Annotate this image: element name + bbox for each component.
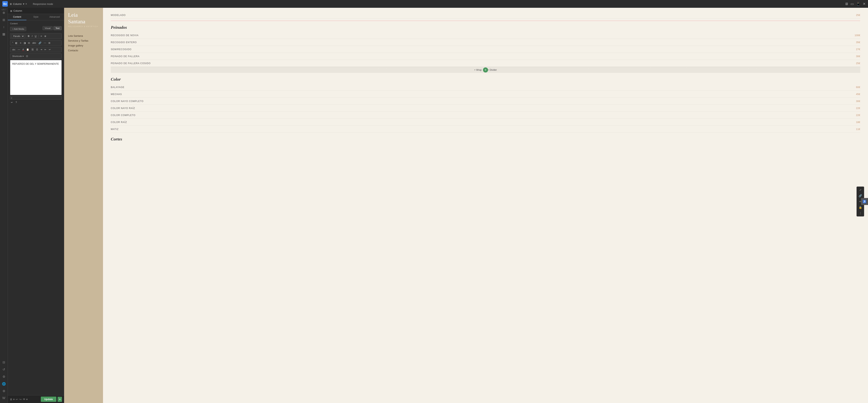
section-title-1: Color xyxy=(111,77,860,82)
service-item: COLOR NAYO RAÍZ 22€ xyxy=(111,105,860,112)
strikethrough-btn[interactable]: abc xyxy=(31,41,37,45)
preview-area: Leia Santana PELUQUERÍA & ESTÉTICA Leia … xyxy=(64,8,868,403)
link2-btn[interactable]: ⛓ xyxy=(31,48,35,51)
accessibility-btn[interactable]: ♿ xyxy=(861,198,868,205)
peinados-list: RECOGIDO DE NOVIA 100€ RECOGIDO ENTERO 3… xyxy=(111,32,860,67)
layout-icon[interactable]: ▦ xyxy=(1,31,6,37)
wrap-btn[interactable]: + Wrap xyxy=(474,69,482,71)
paragraph-select[interactable]: Párrafo xyxy=(11,34,25,38)
text-btn[interactable]: Text xyxy=(54,26,62,30)
align-center-btn[interactable]: ≡ xyxy=(19,41,22,45)
abc-btn[interactable]: abc xyxy=(11,48,16,51)
revert-icon[interactable]: ↺ xyxy=(1,367,6,372)
toolbar-separator-2 xyxy=(38,35,39,38)
paste-btn[interactable]: 📋 xyxy=(26,48,30,51)
toolbar-separator-1 xyxy=(26,35,26,38)
undo2-btn[interactable]: ↩ xyxy=(10,101,13,104)
rt-link-btn[interactable]: 🔗 xyxy=(858,193,863,198)
tablet-device-btn[interactable]: ▭ xyxy=(850,2,854,6)
undo-bottom-btn[interactable]: ↩ xyxy=(16,398,18,401)
service-item: PEINADO DE FALLERA 30€ xyxy=(111,53,860,60)
table-btn[interactable]: ⊞ xyxy=(48,41,51,45)
nav-item-3[interactable]: Contacto xyxy=(68,49,99,52)
service-item: MATIZ 11€ xyxy=(111,126,860,133)
service-item: COLOR NAYO COMPLETO 30€ xyxy=(111,98,860,105)
panel-header: ▣ Column xyxy=(8,8,64,14)
shortcode-btn[interactable]: Shortcode ▾ xyxy=(11,55,25,58)
layers-icon[interactable]: ⊟ xyxy=(1,359,6,365)
desktop-device-btn[interactable]: 🖥 xyxy=(845,2,848,6)
mobile-device-btn[interactable]: 📱 xyxy=(856,2,861,6)
structure-icon[interactable]: ⊞ xyxy=(1,17,6,23)
settings-icon[interactable]: ⚙ xyxy=(1,388,6,394)
link-btn[interactable]: 🔗 xyxy=(38,41,42,45)
omega-btn[interactable]: Ω xyxy=(35,48,39,51)
nav-item-0[interactable]: Leia Santana xyxy=(68,34,99,37)
rt-move-btn[interactable]: ⤢ xyxy=(858,187,863,192)
align-right-btn[interactable]: ◨ xyxy=(23,41,26,45)
be-logo: Be xyxy=(2,1,8,7)
more-btn[interactable]: ⋯ xyxy=(43,41,47,45)
close-panel-btn[interactable]: × xyxy=(26,2,27,5)
nav-item-1[interactable]: Servicios y Tarifas xyxy=(68,39,99,42)
pink-divider xyxy=(111,21,860,21)
shortcode-toolbar: Shortcode ▾ ⊡ xyxy=(10,54,62,59)
panel-tabs: Content Style Advanced xyxy=(8,14,64,21)
italic-btn[interactable]: I xyxy=(31,34,33,38)
site-nav: Leia Santana Servicios y Tarifas Image g… xyxy=(68,34,99,52)
history-icon[interactable]: ↕ xyxy=(2,24,6,30)
ol-btn[interactable]: ≣ xyxy=(43,34,47,38)
site-sidebar: Leia Santana PELUQUERÍA & ESTÉTICA Leia … xyxy=(64,8,103,403)
service-item: BALAYAGE 60€ xyxy=(111,84,860,91)
preview-device-btn[interactable]: 🖥 ▾ xyxy=(10,398,14,401)
visual-text-toggle: Visual Text xyxy=(42,26,62,30)
bottom-bar: 🖥 ▾ ↩ ↪ 👁 ▾ Update ▾ xyxy=(8,395,64,403)
visual-btn[interactable]: Visual xyxy=(42,26,53,30)
text-editor[interactable]: REFUERZO DE GEL Y SEMIPERMANENTE xyxy=(10,60,62,95)
service-item: MECHAS 45€ xyxy=(111,91,860,98)
main-area: v26.7 ⊕ ⊞ ↕ ▦ ⊟ ↺ ⚙ 🌐 ⚙ W ▣ Column Conte… xyxy=(0,8,868,403)
indent-btn[interactable]: ⇥ xyxy=(39,48,43,51)
customize-icon[interactable]: ⚙ xyxy=(1,374,6,380)
service-modelado: MODELADO 25€ xyxy=(111,12,860,19)
service-item: COLOR RAÍZ 18€ xyxy=(111,119,860,126)
divider-btn[interactable]: + Divider xyxy=(488,69,497,71)
wp-icon[interactable]: W xyxy=(1,395,6,401)
copy-btn[interactable]: ⊡ xyxy=(25,54,29,58)
section-title-0: Peinados xyxy=(111,25,860,30)
eye-btn[interactable]: 👁 ▾ xyxy=(23,398,28,401)
underline-btn[interactable]: U xyxy=(34,34,37,38)
section-title-2: Cortes xyxy=(111,136,860,142)
tab-style[interactable]: Style xyxy=(26,14,45,20)
bold-btn[interactable]: B xyxy=(27,34,30,38)
sidebar-icons: v26.7 ⊕ ⊞ ↕ ▦ ⊟ ↺ ⚙ 🌐 ⚙ W xyxy=(0,8,8,403)
rt-lock-btn[interactable]: 🔒 xyxy=(858,205,863,210)
version-label: v26.7 xyxy=(2,8,6,11)
nav-item-2[interactable]: Image gallery xyxy=(68,44,99,47)
rt-more-btn[interactable]: ⋮ xyxy=(858,211,863,216)
align-left-btn[interactable]: ◧ xyxy=(14,41,18,45)
service-item: PEINADO DE FALLERA COSIDO 25€ xyxy=(111,60,860,67)
site-logo-text: Leia Santana xyxy=(68,12,99,25)
outdent-btn[interactable]: ⇤ xyxy=(44,48,47,51)
align-justify-btn[interactable]: ⊟ xyxy=(27,41,31,45)
undo-btn[interactable]: ↩ xyxy=(48,48,52,51)
blockquote-btn[interactable]: " xyxy=(11,41,14,45)
globe-icon[interactable]: 🌐 xyxy=(1,381,7,387)
service-item: COLOR COMPLETO 22€ xyxy=(111,112,860,119)
editor-tag: p xyxy=(10,96,62,99)
update-btn[interactable]: Update xyxy=(41,397,56,402)
tab-advanced[interactable]: Advanced xyxy=(45,14,64,20)
tab-content[interactable]: Content xyxy=(8,14,26,20)
dash-btn[interactable]: — xyxy=(17,48,21,51)
redo-bottom-btn[interactable]: ↪ xyxy=(19,398,22,401)
editor-actions: ↩ ? xyxy=(10,99,62,105)
window-title-dropdown[interactable]: ▾ xyxy=(23,2,24,5)
help-btn[interactable]: ? xyxy=(15,101,18,104)
add-section-btn[interactable]: + xyxy=(483,67,488,72)
color-btn[interactable]: A xyxy=(22,48,25,51)
add-media-btn[interactable]: + Add Media xyxy=(10,27,26,31)
ul-btn[interactable]: ≡ xyxy=(40,34,43,38)
update-dropdown-btn[interactable]: ▾ xyxy=(58,397,62,402)
close-window-btn[interactable]: ✕ xyxy=(863,2,866,6)
